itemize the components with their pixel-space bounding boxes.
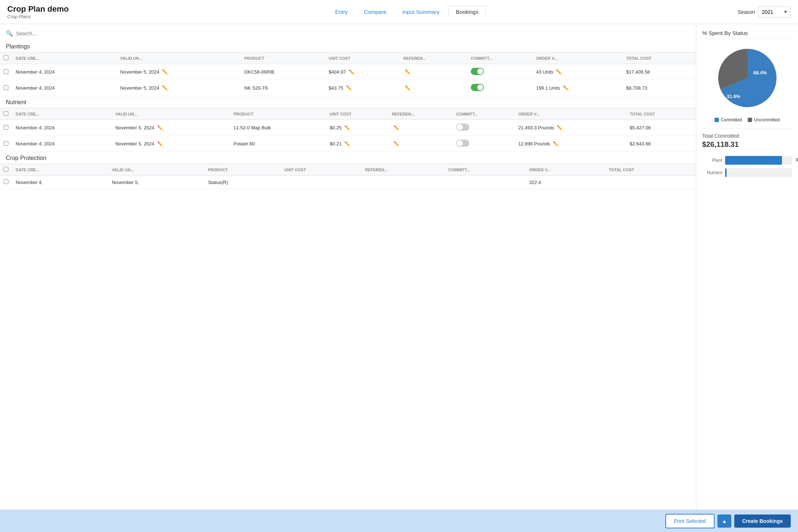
app-title: Crop Plan demo: [7, 4, 69, 14]
cell-total-cost: $5,427.06: [626, 120, 696, 136]
row-checkbox[interactable]: [4, 141, 8, 146]
bar-label-nutrient: Nutrient: [702, 170, 722, 175]
season-select[interactable]: 2021 2020 2019: [758, 7, 791, 17]
nutrient-col-unit-cost: UNIT COST: [326, 108, 388, 120]
cell-product: Status(R): [204, 176, 281, 189]
crop-col-unit-cost: UNIT COST: [281, 164, 361, 176]
row-checkbox[interactable]: [4, 179, 8, 184]
row-checkbox[interactable]: [4, 69, 8, 74]
create-bookings-button[interactable]: Create Bookings: [734, 515, 791, 528]
left-panel: 🔍 Plantings DATE CRE... VALID UN... PROD…: [0, 24, 696, 510]
cell-total-cost: $2,643.68: [626, 136, 696, 152]
cell-product: DKC58-06RIB: [241, 64, 325, 80]
edit-icon[interactable]: ✏️: [162, 85, 168, 91]
bar-wrap-nutrient: $0: [725, 168, 792, 177]
edit-icon[interactable]: ✏️: [563, 85, 569, 91]
nutrient-select-all[interactable]: [4, 111, 8, 116]
committed-toggle[interactable]: [456, 140, 469, 147]
crop-col-committed: COMMITT...: [445, 164, 525, 176]
pie-chart-title: % Spent By Status: [702, 30, 792, 39]
cell-unit-cost: $0.21 ✏️: [326, 136, 388, 152]
plantings-col-committed: COMMITT...: [467, 52, 532, 64]
cell-date: November 4, 2024: [12, 80, 117, 96]
crop-col-date: DATE CRE...: [12, 164, 108, 176]
cell-unit-cost: $404.97 ✏️: [325, 64, 400, 80]
edit-icon[interactable]: ✏️: [394, 125, 399, 130]
cell-unit-cost: $0.25 ✏️: [326, 120, 388, 136]
plantings-col-order: ORDER V...: [532, 52, 622, 64]
nav-tabs: Entry Compare Input Summary Bookings: [83, 5, 731, 18]
scroll-up-button[interactable]: ▲: [717, 515, 731, 528]
cell-order-volume: 12,896 Pounds ✏️: [515, 136, 626, 152]
cell-committed: [453, 136, 515, 152]
row-checkbox[interactable]: [4, 125, 8, 130]
legend-item-uncommitted: Uncommitted: [748, 117, 780, 122]
cell-valid: November 5, 2024 ✏️: [112, 120, 230, 136]
edit-icon[interactable]: ✏️: [162, 69, 168, 75]
cell-reference: ✏️: [388, 136, 453, 152]
plantings-col-unit-cost: UNIT COST: [325, 52, 400, 64]
cell-product: 11-52-0 Map Bulk: [230, 120, 326, 136]
cell-reference: ✏️: [400, 80, 467, 96]
committed-toggle[interactable]: [471, 68, 484, 75]
committed-toggle[interactable]: [471, 84, 484, 91]
edit-icon[interactable]: ✏️: [405, 69, 411, 75]
legend-dot-committed: [715, 118, 719, 122]
edit-icon[interactable]: ✏️: [557, 125, 563, 130]
cell-valid: November 5, 2024 ✏️: [117, 64, 241, 80]
crop-col-ref: REFEREN...: [361, 164, 445, 176]
print-selected-button[interactable]: Print Selected: [665, 514, 715, 528]
cell-committed: [453, 120, 515, 136]
edit-icon[interactable]: ✏️: [157, 125, 163, 130]
tab-bookings[interactable]: Bookings: [448, 5, 486, 18]
cell-valid: November 5, 2024 ✏️: [117, 80, 241, 96]
crop-select-all[interactable]: [4, 167, 8, 172]
cell-total-cost: [605, 176, 696, 189]
edit-icon[interactable]: ✏️: [344, 125, 350, 130]
edit-icon[interactable]: ✏️: [157, 141, 163, 146]
committed-toggle[interactable]: [456, 124, 469, 131]
edit-icon[interactable]: ✏️: [349, 69, 355, 75]
nutrient-col-total: TOTAL COST: [626, 108, 696, 120]
edit-icon[interactable]: ✏️: [346, 85, 352, 91]
edit-icon[interactable]: ✏️: [344, 141, 350, 146]
plantings-select-all[interactable]: [4, 55, 8, 60]
nutrient-col-committed: COMMITT...: [453, 108, 515, 120]
footer-bar: Print Selected ▲ Create Bookings: [0, 510, 798, 532]
tab-entry[interactable]: Entry: [328, 6, 355, 18]
app-subtitle: Crop Plans: [7, 14, 69, 19]
legend-label-committed: Committed: [721, 117, 742, 122]
total-committed-section: Total Committed $26,118.31 Plant $26,118…: [702, 128, 792, 181]
nutrient-col-valid: VALID UN...: [112, 108, 230, 120]
cell-product: Potash 60: [230, 136, 326, 152]
crop-col-total: TOTAL COST: [605, 164, 696, 176]
nutrient-table: DATE CRE... VALID UN... PRODUCT UNIT COS…: [0, 108, 696, 152]
nutrient-col-product: PRODUCT: [230, 108, 326, 120]
edit-icon[interactable]: ✏️: [405, 85, 411, 91]
bar-wrap-plant: $26,118.31: [725, 156, 792, 165]
bar-fill-nutrient: [725, 168, 727, 177]
search-bar: 🔍: [0, 28, 696, 40]
pie-chart-container: 68.4% 31.6%: [702, 42, 792, 114]
row-checkbox[interactable]: [4, 85, 8, 90]
table-row: November 4, November 5, Status(R) 322.4: [0, 176, 696, 189]
cell-order-volume: 199.1 Units ✏️: [532, 80, 622, 96]
pie-label-uncommitted: 31.6%: [727, 94, 740, 99]
cell-date: November 4, 2024: [12, 120, 112, 136]
bar-fill-plant: [725, 156, 782, 165]
edit-icon[interactable]: ✏️: [553, 141, 559, 146]
header: Crop Plan demo Crop Plans Entry Compare …: [0, 0, 798, 24]
cell-committed: [467, 64, 532, 80]
tab-input-summary[interactable]: Input Summary: [395, 6, 447, 18]
cell-date: November 4, 2024: [12, 136, 112, 152]
edit-icon[interactable]: ✏️: [394, 141, 399, 146]
main-content: 🔍 Plantings DATE CRE... VALID UN... PROD…: [0, 24, 798, 510]
cell-committed: [445, 176, 525, 189]
pie-label-committed: 68.4%: [753, 70, 767, 75]
edit-icon[interactable]: ✏️: [556, 69, 562, 75]
app-container: Crop Plan demo Crop Plans Entry Compare …: [0, 0, 798, 532]
plantings-table: DATE CRE... VALID UN... PRODUCT UNIT COS…: [0, 52, 696, 96]
tab-compare[interactable]: Compare: [357, 6, 394, 18]
cell-unit-cost: $43.75 ✏️: [325, 80, 400, 96]
search-input[interactable]: [16, 31, 89, 36]
